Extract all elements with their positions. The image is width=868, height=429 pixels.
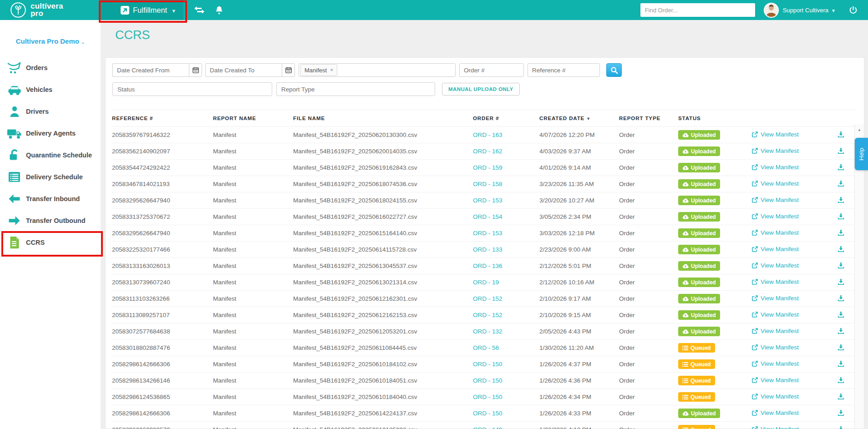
download-icon[interactable]	[838, 197, 844, 203]
sidebar-item-transfer-inbound[interactable]: Transfer Inbound	[0, 188, 101, 210]
download-icon[interactable]	[838, 328, 844, 334]
view-manifest-link[interactable]: View Manifest	[752, 262, 799, 269]
sidebar-item-vehicles[interactable]: Vehicles	[0, 79, 101, 101]
view-manifest-link[interactable]: View Manifest	[752, 377, 799, 384]
download-icon[interactable]	[838, 409, 844, 416]
calendar-icon[interactable]	[189, 63, 202, 77]
external-link-icon	[752, 377, 758, 383]
download-icon[interactable]	[838, 426, 844, 429]
view-manifest-link[interactable]: View Manifest	[752, 229, 799, 236]
order-link[interactable]: ORD - 150	[473, 361, 503, 368]
view-manifest-link[interactable]: View Manifest	[752, 180, 799, 187]
order-link[interactable]: ORD - 56	[473, 344, 499, 351]
notifications-bell-icon[interactable]	[215, 6, 223, 15]
date-created-to-input[interactable]	[205, 63, 282, 77]
order-link[interactable]: ORD - 153	[473, 230, 503, 237]
view-manifest-link[interactable]: View Manifest	[752, 213, 799, 220]
account-switcher[interactable]: Cultivera Pro Demo⌄	[0, 37, 101, 45]
view-manifest-link[interactable]: View Manifest	[752, 197, 799, 203]
col-status[interactable]: STATUS	[678, 116, 752, 121]
order-link[interactable]: ORD - 158	[473, 181, 503, 187]
sidebar-item-delivery-schedule[interactable]: Delivery Schedule	[0, 166, 101, 188]
user-avatar[interactable]	[764, 3, 779, 18]
order-link[interactable]: ORD - 149	[473, 426, 503, 429]
col-created-date[interactable]: CREATED DATE▼	[539, 116, 619, 121]
order-link[interactable]: ORD - 152	[473, 312, 503, 318]
order-link[interactable]: ORD - 159	[473, 164, 503, 171]
download-icon[interactable]	[838, 229, 844, 236]
download-icon[interactable]	[838, 262, 844, 269]
view-manifest-link[interactable]: View Manifest	[752, 393, 799, 400]
download-icon[interactable]	[838, 377, 844, 384]
col-file-name[interactable]: FILE NAME	[293, 116, 473, 121]
download-icon[interactable]	[838, 360, 844, 367]
order-link[interactable]: ORD - 152	[473, 295, 503, 302]
download-icon[interactable]	[838, 393, 844, 400]
order-link[interactable]: ORD - 154	[473, 213, 503, 220]
view-manifest-link[interactable]: View Manifest	[752, 131, 799, 138]
sidebar-item-orders[interactable]: Orders	[0, 57, 101, 79]
order-link[interactable]: ORD - 132	[473, 328, 503, 335]
order-link[interactable]: ORD - 150	[473, 410, 503, 417]
sidebar-item-transfer-outbound[interactable]: Transfer Outbound	[0, 210, 101, 232]
order-link[interactable]: ORD - 19	[473, 279, 499, 286]
order-link[interactable]: ORD - 150	[473, 377, 503, 384]
view-manifest-link[interactable]: View Manifest	[752, 147, 799, 154]
order-link[interactable]: ORD - 150	[473, 394, 503, 400]
col-report-type[interactable]: REPORT TYPE	[619, 116, 678, 121]
view-manifest-link[interactable]: View Manifest	[752, 360, 799, 367]
sidebar-item-drivers[interactable]: Drivers	[0, 101, 101, 122]
transfer-exchange-icon[interactable]	[194, 6, 204, 14]
view-manifest-link[interactable]: View Manifest	[752, 426, 799, 429]
download-icon[interactable]	[838, 164, 844, 171]
order-link[interactable]: ORD - 153	[473, 197, 503, 204]
sidebar-item-delivery-agents[interactable]: Delivery Agents	[0, 122, 101, 144]
view-manifest-link[interactable]: View Manifest	[752, 246, 799, 252]
download-icon[interactable]	[838, 131, 844, 138]
brand-logo[interactable]: cultívera pro	[0, 2, 101, 18]
view-manifest-link[interactable]: View Manifest	[752, 328, 799, 334]
sidebar-item-quarantine-schedule[interactable]: Quarantine Schedule	[0, 144, 101, 166]
view-manifest-link[interactable]: View Manifest	[752, 295, 799, 302]
col-order[interactable]: ORDER #	[473, 116, 539, 121]
logout-power-icon[interactable]	[849, 6, 857, 14]
download-icon[interactable]	[838, 278, 844, 285]
order-link[interactable]: ORD - 133	[473, 246, 503, 253]
status-select[interactable]: Status	[112, 82, 272, 96]
sidebar-item-label: Quarantine Schedule	[26, 151, 92, 159]
view-manifest-link[interactable]: View Manifest	[752, 344, 799, 351]
search-button[interactable]	[606, 63, 622, 77]
order-link[interactable]: ORD - 162	[473, 148, 503, 155]
download-icon[interactable]	[838, 147, 844, 154]
download-icon[interactable]	[838, 311, 844, 318]
date-created-from-input[interactable]	[112, 63, 189, 77]
find-order-input[interactable]	[640, 3, 755, 17]
sidebar-item-ccrs[interactable]: CCRS	[0, 232, 101, 253]
order-number-input[interactable]	[459, 63, 524, 77]
calendar-icon[interactable]	[282, 63, 295, 77]
order-link[interactable]: ORD - 163	[473, 131, 503, 138]
order-link[interactable]: ORD - 136	[473, 262, 503, 269]
view-manifest-link[interactable]: View Manifest	[752, 409, 799, 416]
view-manifest-link[interactable]: View Manifest	[752, 164, 799, 171]
view-manifest-link[interactable]: View Manifest	[752, 311, 799, 318]
col-reference[interactable]: REFERENCE #	[112, 116, 213, 121]
manual-upload-only-button[interactable]: MANUAL UPLOAD ONLY	[442, 83, 520, 96]
help-tab[interactable]: Help	[855, 138, 868, 170]
module-switcher-fulfillment[interactable]: Fulfillment ▼	[101, 0, 183, 20]
download-icon[interactable]	[838, 246, 844, 252]
scroll-up-arrow-icon[interactable]: ▲	[855, 127, 864, 132]
user-menu[interactable]: Support Cultivera	[783, 7, 828, 14]
remove-chip-icon[interactable]: ×	[330, 67, 333, 73]
download-icon[interactable]	[838, 180, 844, 187]
download-icon[interactable]	[838, 213, 844, 220]
view-manifest-link[interactable]: View Manifest	[752, 278, 799, 285]
report-type-select[interactable]: Report Type	[276, 82, 435, 96]
report-name-multiselect[interactable]: Manifest ×	[299, 63, 456, 77]
download-icon[interactable]	[838, 344, 844, 351]
reference-cell: 20583562140902097	[112, 148, 213, 155]
col-report-name[interactable]: REPORT NAME	[213, 116, 293, 121]
external-link-icon	[752, 426, 758, 429]
reference-number-input[interactable]	[528, 63, 600, 77]
download-icon[interactable]	[838, 295, 844, 302]
